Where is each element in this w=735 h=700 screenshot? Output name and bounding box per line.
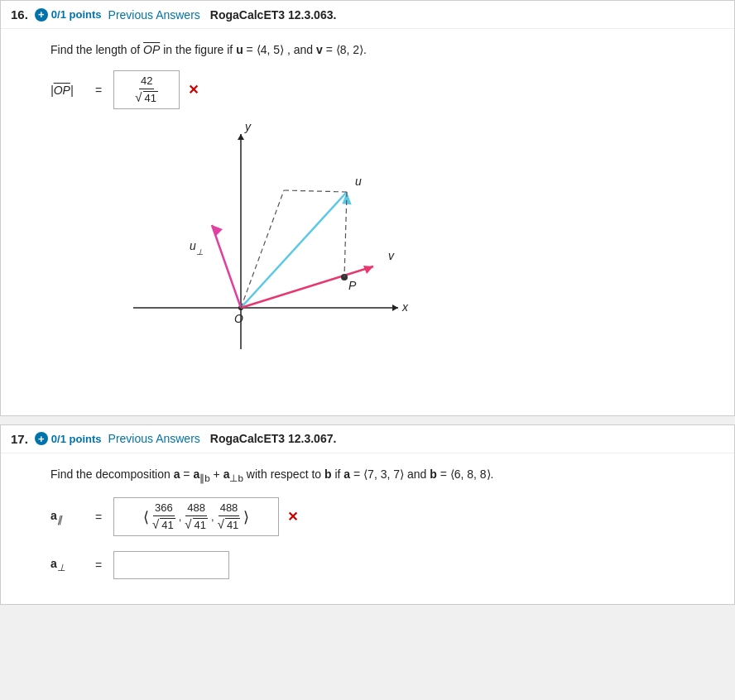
- a-perp-bold: a: [50, 557, 57, 570]
- angle-content-17: ⟨ 366 √ 41 , 488: [143, 501, 249, 532]
- x-axis-label: x: [401, 300, 409, 314]
- svg-marker-3: [238, 134, 244, 140]
- answer-box-16: 42 √ 41: [113, 70, 180, 109]
- problem-17-number: 17.: [11, 432, 28, 446]
- perp-label: a⊥: [50, 557, 84, 573]
- sqrt-symbol-17-3: √: [218, 517, 224, 532]
- q17-a2: a: [343, 467, 350, 481]
- problem-16: 16. + 0/1 points Previous Answers RogaCa…: [0, 0, 735, 416]
- dashed-line-3: [284, 190, 347, 192]
- q16-text2: in the figure if: [163, 43, 233, 56]
- sqrt-content-17-3: 41: [225, 518, 240, 532]
- q17-b-val: ⟨6, 8, 8⟩.: [450, 467, 494, 481]
- equals-16: =: [95, 84, 102, 97]
- prev-answers-link-17[interactable]: Previous Answers: [108, 432, 200, 445]
- v-graph-label: v: [388, 249, 395, 262]
- q17-text3: if: [334, 467, 340, 481]
- sqrt-symbol-16: √: [135, 90, 142, 105]
- frac17-2-den: √ 41: [183, 516, 209, 532]
- problem-17-text: Find the decomposition a = a∥b + a⊥b wit…: [50, 465, 718, 486]
- points-badge-16: + 0/1 points: [35, 8, 102, 22]
- q17-text2: with respect to: [247, 467, 321, 481]
- answer-row-17-perp: a⊥ =: [50, 551, 718, 579]
- fraction-16: 42 √ 41: [133, 74, 160, 105]
- q17-a-val: ⟨7, 3, 7⟩: [363, 467, 404, 481]
- frac17-2-num: 488: [185, 501, 207, 516]
- wrong-icon-16: ✕: [188, 82, 199, 98]
- dashed-line-2: [241, 190, 284, 308]
- q17-plus: +: [214, 467, 223, 481]
- plus-icon-17: +: [35, 432, 48, 445]
- sqrt-symbol-17-1: √: [152, 517, 159, 532]
- points-label-17: 0/1 points: [51, 433, 102, 445]
- comma-17-2: ,: [211, 511, 214, 523]
- q17-text1: Find the decomposition: [50, 467, 171, 481]
- sqrt-content-17-2: 41: [193, 518, 208, 532]
- perp-sub: ⊥: [57, 562, 65, 573]
- u-graph-label: u: [355, 175, 362, 188]
- q17-b: b: [324, 467, 332, 481]
- answer-box-17-perp[interactable]: [113, 551, 229, 579]
- plus-icon-16: +: [35, 8, 48, 22]
- sqrt-content-16: 41: [143, 91, 158, 105]
- svg-marker-2: [392, 304, 398, 311]
- problem-16-body: Find the length of OP in the figure if u…: [1, 29, 734, 415]
- prev-answers-link-16[interactable]: Previous Answers: [108, 8, 200, 22]
- comma-17-1: ,: [179, 511, 182, 523]
- q16-eq1: =: [247, 43, 257, 56]
- sqrt-17-1: √ 41: [152, 517, 175, 532]
- problem-16-header: 16. + 0/1 points Previous Answers RogaCa…: [1, 1, 734, 29]
- vector-uperp-line: [212, 225, 241, 308]
- sqrt-17-2: √ 41: [185, 517, 208, 532]
- sqrt-16: √ 41: [135, 90, 158, 105]
- q17-eq3: =: [440, 467, 450, 481]
- left-angle-17: ⟨: [143, 508, 149, 526]
- right-angle-17: ⟩: [243, 508, 249, 526]
- frac17-3-den: √ 41: [216, 516, 243, 532]
- sqrt-17-3: √ 41: [218, 517, 241, 532]
- equals-17perp: =: [95, 559, 102, 572]
- q17-eq2: =: [353, 467, 363, 481]
- q16-eq2: =: [326, 43, 336, 56]
- frac17-1-den: √ 41: [151, 516, 177, 532]
- problem-code-17: RogaCalcET3 12.3.067.: [210, 432, 337, 445]
- q16-op: OP: [143, 43, 160, 56]
- problem-code-16: RogaCalcET3 12.3.063.: [210, 8, 337, 22]
- fraction-den-16: √ 41: [133, 89, 160, 105]
- spacer-17: [50, 544, 718, 551]
- points-badge-17: + 0/1 points: [35, 432, 102, 445]
- y-axis-label: y: [244, 120, 252, 133]
- op-overline-ans: OP: [54, 84, 70, 97]
- op-overline: OP: [143, 43, 160, 56]
- problem-17: 17. + 0/1 points Previous Answers RogaCa…: [0, 424, 735, 605]
- q17-and: and: [407, 467, 430, 481]
- q16-text1: Find the length of: [50, 43, 140, 56]
- fraction-17-2: 488 √ 41: [183, 501, 209, 532]
- q16-v-val: ⟨8, 2⟩.: [336, 43, 367, 56]
- fraction-17-1: 366 √ 41: [151, 501, 177, 532]
- equals-17p: =: [95, 511, 102, 524]
- graph-container-16: x y O u v P: [50, 117, 718, 391]
- fraction-17-3: 488 √ 41: [216, 501, 243, 532]
- q16-and: , and: [287, 43, 313, 56]
- dashed-line-1: [344, 192, 347, 277]
- sqrt-symbol-17-2: √: [185, 517, 191, 532]
- problem-16-text: Find the length of OP in the figure if u…: [50, 41, 718, 59]
- parallel-sub: ∥: [57, 514, 62, 525]
- graph-svg-16: x y O u v P: [50, 117, 415, 391]
- q16-u-val: ⟨4, 5⟩: [257, 43, 284, 56]
- q17-sub-parallel: ∥b: [199, 472, 209, 483]
- answer-row-16: |OP| = 42 √ 41 ✕: [50, 70, 718, 109]
- uperp-label: u⊥: [190, 239, 204, 257]
- frac17-3-num: 488: [219, 501, 240, 516]
- points-label-16: 0/1 points: [51, 8, 102, 21]
- answer-row-17-parallel: a∥ = ⟨ 366 √ 41 ,: [50, 497, 718, 536]
- problem-17-body: Find the decomposition a = a∥b + a⊥b wit…: [1, 453, 734, 604]
- q17-sub-perp: ⊥b: [229, 472, 243, 483]
- q17-eq1: =: [183, 467, 193, 481]
- answer-label-16: |OP|: [50, 84, 84, 97]
- problem-16-number: 16.: [11, 7, 28, 22]
- q17-b2: b: [430, 467, 437, 481]
- q16-v-label: v: [316, 43, 323, 56]
- q16-u-label: u: [236, 43, 243, 56]
